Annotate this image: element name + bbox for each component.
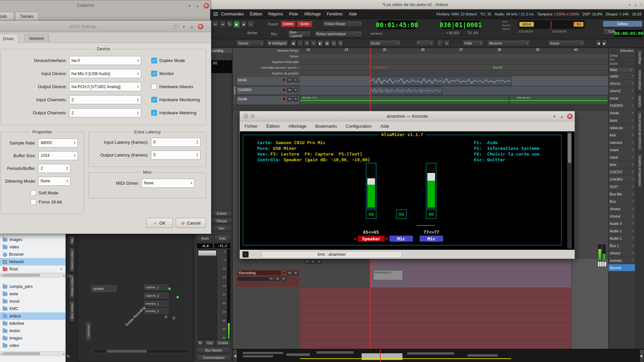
- force-16bit-checkbox[interactable]: [31, 199, 36, 205]
- record-arm-icon[interactable]: [282, 271, 286, 275]
- visible-check-icon[interactable]: ∨: [632, 266, 634, 269]
- visible-check-icon[interactable]: ∨: [632, 192, 634, 195]
- folder-row[interactable]: images: [0, 335, 65, 342]
- nudge-clock-dropdown[interactable]: Souris▾: [548, 40, 585, 47]
- secondary-clock[interactable]: 036|01|0001: [442, 20, 480, 29]
- maximize-icon[interactable]: ▴: [195, 3, 200, 8]
- track-header-rhode[interactable]: rhode M S: [236, 96, 300, 105]
- auto-return-dropdown[interactable]: Retour automatique: [314, 31, 362, 37]
- audio-region-rhode-b[interactable]: Arhode-9.4: [509, 96, 608, 105]
- track-name[interactable]: CHORO: [238, 88, 281, 92]
- visible-check-icon[interactable]: ∨: [632, 141, 634, 144]
- feedback-indicator[interactable]: Retour: [502, 27, 511, 31]
- visible-check-icon[interactable]: ∨: [632, 178, 634, 181]
- cadence-tab-tools[interactable]: ools: [0, 12, 14, 20]
- folder-row[interactable]: music: [0, 298, 65, 305]
- folder-row[interactable]: video: [0, 342, 65, 349]
- track-name[interactable]: Recording: [238, 270, 281, 275]
- tempo-display[interactable]: ♩ = 80,000: [442, 31, 459, 35]
- visible-check-icon[interactable]: ∨: [632, 163, 634, 166]
- terminal-scrollbar[interactable]: [567, 132, 572, 249]
- strip-solo-button[interactable]: Solo: [214, 235, 230, 242]
- track-list-row[interactable]: kick∨: [608, 131, 635, 139]
- track-list-row[interactable]: Audio 1∨: [608, 227, 635, 235]
- bars-ruler[interactable]: 3334353637383940: [300, 48, 644, 54]
- side-tab[interactable]: Pistes et bus: [637, 68, 642, 92]
- maximize-icon[interactable]: ▴: [189, 24, 195, 29]
- visible-check-icon[interactable]: ∨: [632, 133, 634, 136]
- dithering-mode-dropdown[interactable]: None▾: [38, 177, 70, 186]
- record-arm-icon[interactable]: [282, 78, 286, 82]
- input-latency-spinner[interactable]: 0▲▼: [151, 138, 201, 147]
- place-row[interactable]: video: [0, 243, 65, 251]
- menu-item[interactable]: Fichier: [245, 121, 258, 131]
- place-row[interactable]: Root▾: [0, 265, 65, 273]
- device-interface-dropdown[interactable]: hw:0▾: [69, 56, 141, 65]
- marker-minibar[interactable]: début fin: [519, 20, 584, 28]
- patchbay-hscrollbar[interactable]: [93, 349, 188, 353]
- visible-check-icon[interactable]: ∨: [632, 104, 634, 107]
- place-row[interactable]: Browser: [0, 251, 65, 258]
- track-list-row[interactable]: salsa.qu∨: [608, 124, 635, 131]
- record-button[interactable]: ●: [248, 21, 254, 28]
- ruler-lane-label[interactable]: Intervalles boucle/« punch »: [236, 65, 299, 70]
- track-name[interactable]: vocal: [238, 78, 281, 82]
- jack-titlebar[interactable]: JACK Settings ? ▾ ▴ ×: [0, 21, 211, 32]
- visible-check-icon[interactable]: ∨: [632, 222, 634, 225]
- grid-unit-dropdown[interactable]: Mesures▾: [487, 40, 530, 47]
- solo-button[interactable]: S: [293, 271, 298, 275]
- tempo-ruler[interactable]: [300, 54, 644, 59]
- mute-button[interactable]: M: [287, 271, 292, 275]
- folder-row[interactable]: KMC: [0, 305, 65, 312]
- visible-check-icon[interactable]: ∨: [632, 97, 634, 100]
- solo-button[interactable]: S: [293, 97, 298, 101]
- track-list-header[interactable]: Nom V: [608, 67, 635, 72]
- audio-region-choro[interactable]: [370, 86, 442, 95]
- strip-gain-display[interactable]: -0,0: [197, 243, 213, 248]
- fb-hscrollbar-bottom[interactable]: ◂▸: [0, 351, 65, 356]
- play-automation-button[interactable]: P: [305, 259, 310, 264]
- patchbay-side-tab[interactable]: Divers Ardour: [69, 247, 74, 272]
- loop-range-marker[interactable]: Boucle: [493, 66, 502, 69]
- visible-check-icon[interactable]: ∨: [632, 200, 634, 203]
- close-icon[interactable]: ×: [567, 114, 573, 119]
- menu-item[interactable]: Fenêtres: [324, 12, 345, 16]
- record-arm-icon[interactable]: [282, 97, 286, 101]
- patchbay-port[interactable]: monitor_1: [144, 301, 168, 306]
- end-marker[interactable]: fin: [574, 22, 584, 27]
- hardware-metering-checkbox[interactable]: [151, 110, 157, 116]
- visible-check-icon[interactable]: ∨: [632, 156, 634, 159]
- tool-stretch-button[interactable]: ∿: [311, 40, 317, 47]
- tool-grab-button[interactable]: ◉: [290, 40, 297, 47]
- ruler-lane-label[interactable]: Tempo: [236, 54, 299, 59]
- output-device-dropdown[interactable]: hw:PCH,0 [VT1802 Analog]▾: [69, 82, 141, 91]
- scroll-left-icon[interactable]: ◂: [1, 274, 2, 277]
- help-icon[interactable]: ?: [172, 23, 178, 29]
- audio-region-vocal[interactable]: [370, 76, 512, 86]
- tool-cut-button[interactable]: ✂: [304, 40, 310, 47]
- mic-volume-bar[interactable]: [426, 163, 436, 208]
- strip-input-button[interactable]: Entrée: [211, 210, 232, 217]
- track-group-column[interactable]: choeur: [233, 76, 236, 105]
- visible-check-icon[interactable]: ∨: [632, 148, 634, 151]
- patchbay-side-tab[interactable]: Bus Ardour: [69, 300, 74, 321]
- track-list-row[interactable]: cascara∨: [608, 139, 635, 146]
- folder-row[interactable]: www: [0, 290, 65, 298]
- strip-output-button[interactable]: Bus Master: [197, 347, 230, 353]
- zoom-focus-dropdown[interactable]: Souris▾: [369, 40, 401, 47]
- close-icon[interactable]: ×: [198, 24, 203, 29]
- patchbay-column-g[interactable]: G: [165, 315, 167, 319]
- scroll-right-icon[interactable]: ▸: [63, 352, 65, 355]
- patchbay-port[interactable]: capture_1: [144, 285, 168, 290]
- track-list-row[interactable]: choeur∨: [608, 205, 635, 213]
- soft-mode-checkbox[interactable]: [31, 190, 36, 196]
- edit-mode-dropdown[interactable]: Glisser▾: [236, 40, 264, 47]
- input-device-dropdown[interactable]: hw:Mic,0 [USB Audio]▾: [69, 69, 141, 78]
- visible-check-icon[interactable]: ∨: [632, 74, 634, 77]
- track-list-row[interactable]: choro2∨: [608, 87, 635, 95]
- maximize-icon[interactable]: ▴: [633, 2, 638, 7]
- output-latency-spinner[interactable]: 0▲▼: [151, 150, 201, 160]
- goto-start-button[interactable]: ⇤: [212, 21, 219, 28]
- channel-speaker[interactable]: Speaker: [358, 236, 385, 242]
- ok-button[interactable]: ✓OK: [146, 218, 173, 228]
